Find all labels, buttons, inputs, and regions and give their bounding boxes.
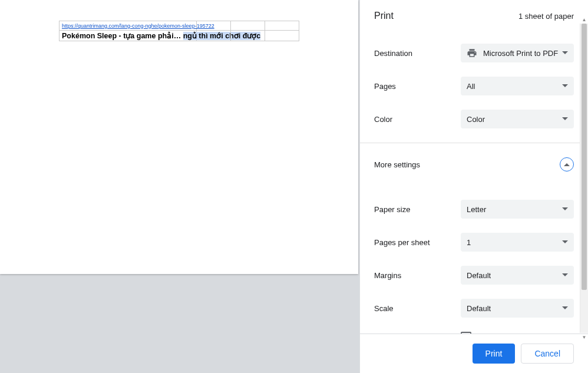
- pages-label: Pages: [374, 82, 457, 91]
- margins-label: Margins: [374, 271, 457, 280]
- table-row: https://quantrimang.com/lang-cong-nghe/p…: [59, 21, 299, 31]
- scale-select[interactable]: Default: [461, 299, 574, 318]
- pages-select[interactable]: All: [461, 77, 574, 95]
- scrollbar-thumb[interactable]: [582, 24, 587, 290]
- print-button[interactable]: Print: [473, 344, 516, 364]
- color-select[interactable]: Color: [461, 110, 574, 128]
- paper-size-select[interactable]: Letter: [461, 200, 574, 219]
- dialog-footer: Print Cancel: [360, 334, 588, 373]
- sheet-count: 1 sheet of paper: [518, 12, 574, 21]
- cell-link: https://quantrimang.com/lang-cong-nghe/p…: [62, 23, 214, 29]
- color-label: Color: [374, 115, 457, 124]
- destination-label: Destination: [374, 49, 457, 58]
- chevron-down-icon: [562, 240, 568, 244]
- paper-size-label: Paper size: [374, 205, 457, 214]
- panel-title: Print: [374, 11, 394, 21]
- scale-value: Default: [467, 304, 491, 313]
- color-value: Color: [467, 115, 485, 124]
- pages-value: All: [467, 82, 475, 91]
- more-settings-toggle[interactable]: More settings: [360, 143, 588, 186]
- pages-per-sheet-value: 1: [467, 238, 471, 247]
- pages-per-sheet-select[interactable]: 1: [461, 233, 574, 252]
- collapse-icon: [560, 157, 574, 171]
- pages-per-sheet-label: Pages per sheet: [374, 238, 457, 247]
- scroll-up-icon: ▲: [580, 15, 588, 24]
- chevron-down-icon: [562, 84, 568, 88]
- print-settings-panel: Print 1 sheet of paper Destination Micro…: [359, 0, 588, 373]
- cancel-button[interactable]: Cancel: [521, 344, 574, 364]
- table-row: Pokémon Sleep - tựa game phải… ngủ thì m…: [59, 31, 299, 41]
- chevron-down-icon: [562, 51, 568, 55]
- destination-select[interactable]: Microsoft Print to PDF: [461, 44, 574, 62]
- chevron-down-icon: [562, 207, 568, 211]
- destination-value: Microsoft Print to PDF: [483, 49, 558, 58]
- margins-value: Default: [467, 271, 491, 280]
- chevron-down-icon: [562, 273, 568, 277]
- paper-size-value: Letter: [467, 205, 486, 214]
- spreadsheet-content: https://quantrimang.com/lang-cong-nghe/p…: [59, 21, 299, 41]
- scroll-down-icon: ▼: [580, 333, 588, 341]
- printer-icon: [467, 48, 477, 58]
- chevron-down-icon: [562, 306, 568, 310]
- margins-select[interactable]: Default: [461, 266, 574, 285]
- print-preview-area: https://quantrimang.com/lang-cong-nghe/p…: [0, 0, 359, 373]
- scrollbar[interactable]: ▲ ▼: [580, 24, 588, 333]
- preview-page: https://quantrimang.com/lang-cong-nghe/p…: [0, 0, 358, 274]
- chevron-down-icon: [562, 117, 568, 121]
- scale-label: Scale: [374, 304, 457, 313]
